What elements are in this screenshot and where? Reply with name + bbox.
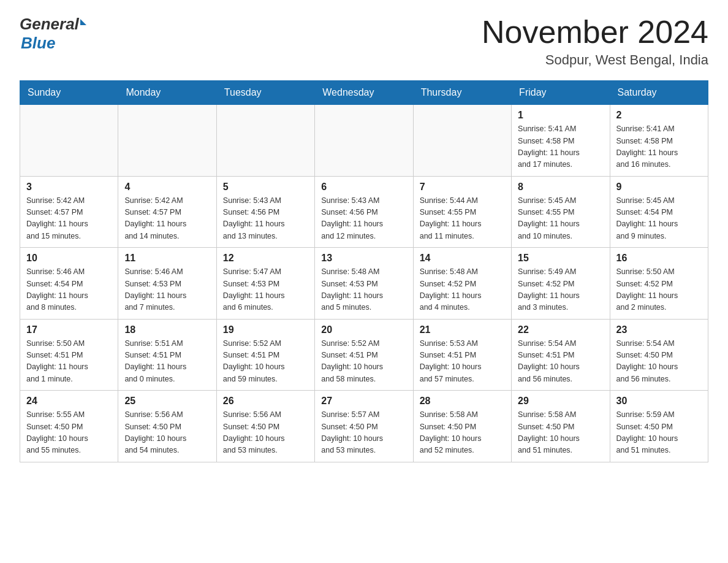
header-friday: Friday xyxy=(512,81,610,105)
calendar-cell: 19Sunrise: 5:52 AM Sunset: 4:51 PM Dayli… xyxy=(216,319,314,391)
week-row-3: 10Sunrise: 5:46 AM Sunset: 4:54 PM Dayli… xyxy=(20,248,708,320)
header-saturday: Saturday xyxy=(610,81,708,105)
calendar-cell: 6Sunrise: 5:43 AM Sunset: 4:56 PM Daylig… xyxy=(315,176,413,248)
week-row-1: 1Sunrise: 5:41 AM Sunset: 4:58 PM Daylig… xyxy=(20,105,708,177)
calendar-cell: 25Sunrise: 5:56 AM Sunset: 4:50 PM Dayli… xyxy=(118,391,216,462)
day-number: 7 xyxy=(420,182,505,193)
calendar-cell: 9Sunrise: 5:45 AM Sunset: 4:54 PM Daylig… xyxy=(610,176,708,248)
calendar-cell: 15Sunrise: 5:49 AM Sunset: 4:52 PM Dayli… xyxy=(512,248,610,320)
day-info: Sunrise: 5:59 AM Sunset: 4:50 PM Dayligh… xyxy=(616,409,702,457)
day-number: 13 xyxy=(321,253,406,264)
calendar-cell: 8Sunrise: 5:45 AM Sunset: 4:55 PM Daylig… xyxy=(512,176,610,248)
day-number: 15 xyxy=(518,253,603,264)
day-number: 29 xyxy=(518,396,603,407)
header-sunday: Sunday xyxy=(20,81,118,105)
calendar-cell: 13Sunrise: 5:48 AM Sunset: 4:53 PM Dayli… xyxy=(315,248,413,320)
day-info: Sunrise: 5:48 AM Sunset: 4:53 PM Dayligh… xyxy=(321,266,406,314)
week-row-2: 3Sunrise: 5:42 AM Sunset: 4:57 PM Daylig… xyxy=(20,176,708,248)
day-number: 24 xyxy=(26,396,112,407)
calendar-cell xyxy=(216,105,314,177)
header-tuesday: Tuesday xyxy=(216,81,314,105)
day-info: Sunrise: 5:45 AM Sunset: 4:55 PM Dayligh… xyxy=(518,195,603,243)
day-number: 30 xyxy=(616,396,702,407)
day-number: 2 xyxy=(616,110,702,121)
day-number: 5 xyxy=(223,182,308,193)
calendar-cell: 26Sunrise: 5:56 AM Sunset: 4:50 PM Dayli… xyxy=(216,391,314,462)
day-info: Sunrise: 5:55 AM Sunset: 4:50 PM Dayligh… xyxy=(26,409,112,457)
day-info: Sunrise: 5:52 AM Sunset: 4:51 PM Dayligh… xyxy=(223,338,308,386)
calendar-cell: 1Sunrise: 5:41 AM Sunset: 4:58 PM Daylig… xyxy=(512,105,610,177)
calendar-title: November 2024 xyxy=(482,15,708,50)
calendar-cell: 14Sunrise: 5:48 AM Sunset: 4:52 PM Dayli… xyxy=(413,248,511,320)
calendar-header-row: SundayMondayTuesdayWednesdayThursdayFrid… xyxy=(20,81,708,105)
day-info: Sunrise: 5:43 AM Sunset: 4:56 PM Dayligh… xyxy=(223,195,308,243)
day-number: 1 xyxy=(518,110,603,121)
logo-triangle-icon xyxy=(80,19,86,25)
day-info: Sunrise: 5:54 AM Sunset: 4:51 PM Dayligh… xyxy=(518,338,603,386)
week-row-5: 24Sunrise: 5:55 AM Sunset: 4:50 PM Dayli… xyxy=(20,391,708,462)
day-info: Sunrise: 5:41 AM Sunset: 4:58 PM Dayligh… xyxy=(616,123,702,171)
calendar-cell: 28Sunrise: 5:58 AM Sunset: 4:50 PM Dayli… xyxy=(413,391,511,462)
calendar-cell: 2Sunrise: 5:41 AM Sunset: 4:58 PM Daylig… xyxy=(610,105,708,177)
day-number: 22 xyxy=(518,324,603,335)
calendar-cell: 12Sunrise: 5:47 AM Sunset: 4:53 PM Dayli… xyxy=(216,248,314,320)
header-monday: Monday xyxy=(118,81,216,105)
calendar-cell: 23Sunrise: 5:54 AM Sunset: 4:50 PM Dayli… xyxy=(610,319,708,391)
week-row-4: 17Sunrise: 5:50 AM Sunset: 4:51 PM Dayli… xyxy=(20,319,708,391)
day-info: Sunrise: 5:48 AM Sunset: 4:52 PM Dayligh… xyxy=(420,266,505,314)
day-number: 4 xyxy=(124,182,210,193)
day-number: 9 xyxy=(616,182,702,193)
calendar-cell: 18Sunrise: 5:51 AM Sunset: 4:51 PM Dayli… xyxy=(118,319,216,391)
day-info: Sunrise: 5:52 AM Sunset: 4:51 PM Dayligh… xyxy=(321,338,406,386)
calendar-cell: 16Sunrise: 5:50 AM Sunset: 4:52 PM Dayli… xyxy=(610,248,708,320)
day-number: 17 xyxy=(26,324,112,335)
day-number: 26 xyxy=(223,396,308,407)
day-info: Sunrise: 5:45 AM Sunset: 4:54 PM Dayligh… xyxy=(616,195,702,243)
day-info: Sunrise: 5:56 AM Sunset: 4:50 PM Dayligh… xyxy=(223,409,308,457)
logo-general-text: General xyxy=(20,15,79,34)
day-info: Sunrise: 5:54 AM Sunset: 4:50 PM Dayligh… xyxy=(616,338,702,386)
day-number: 8 xyxy=(518,182,603,193)
calendar-cell: 17Sunrise: 5:50 AM Sunset: 4:51 PM Dayli… xyxy=(20,319,118,391)
day-number: 19 xyxy=(223,324,308,335)
calendar-cell: 10Sunrise: 5:46 AM Sunset: 4:54 PM Dayli… xyxy=(20,248,118,320)
calendar-cell: 24Sunrise: 5:55 AM Sunset: 4:50 PM Dayli… xyxy=(20,391,118,462)
calendar-cell: 21Sunrise: 5:53 AM Sunset: 4:51 PM Dayli… xyxy=(413,319,511,391)
calendar-cell: 5Sunrise: 5:43 AM Sunset: 4:56 PM Daylig… xyxy=(216,176,314,248)
day-info: Sunrise: 5:41 AM Sunset: 4:58 PM Dayligh… xyxy=(518,123,603,171)
day-info: Sunrise: 5:51 AM Sunset: 4:51 PM Dayligh… xyxy=(124,338,210,386)
calendar-cell: 29Sunrise: 5:58 AM Sunset: 4:50 PM Dayli… xyxy=(512,391,610,462)
day-number: 12 xyxy=(223,253,308,264)
day-number: 20 xyxy=(321,324,406,335)
day-number: 3 xyxy=(26,182,112,193)
calendar-cell: 4Sunrise: 5:42 AM Sunset: 4:57 PM Daylig… xyxy=(118,176,216,248)
day-number: 11 xyxy=(124,253,210,264)
day-info: Sunrise: 5:58 AM Sunset: 4:50 PM Dayligh… xyxy=(518,409,603,457)
day-info: Sunrise: 5:44 AM Sunset: 4:55 PM Dayligh… xyxy=(420,195,505,243)
day-number: 16 xyxy=(616,253,702,264)
day-number: 27 xyxy=(321,396,406,407)
day-number: 21 xyxy=(420,324,505,335)
header-wednesday: Wednesday xyxy=(315,81,413,105)
page-header: General Blue November 2024 Sodpur, West … xyxy=(20,15,708,68)
day-info: Sunrise: 5:42 AM Sunset: 4:57 PM Dayligh… xyxy=(26,195,112,243)
day-info: Sunrise: 5:58 AM Sunset: 4:50 PM Dayligh… xyxy=(420,409,505,457)
logo: General Blue xyxy=(20,15,86,53)
calendar-cell: 20Sunrise: 5:52 AM Sunset: 4:51 PM Dayli… xyxy=(315,319,413,391)
day-info: Sunrise: 5:47 AM Sunset: 4:53 PM Dayligh… xyxy=(223,266,308,314)
day-info: Sunrise: 5:50 AM Sunset: 4:51 PM Dayligh… xyxy=(26,338,112,386)
header-thursday: Thursday xyxy=(413,81,511,105)
day-number: 14 xyxy=(420,253,505,264)
day-info: Sunrise: 5:46 AM Sunset: 4:53 PM Dayligh… xyxy=(124,266,210,314)
day-info: Sunrise: 5:57 AM Sunset: 4:50 PM Dayligh… xyxy=(321,409,406,457)
day-number: 18 xyxy=(124,324,210,335)
day-info: Sunrise: 5:53 AM Sunset: 4:51 PM Dayligh… xyxy=(420,338,505,386)
day-info: Sunrise: 5:46 AM Sunset: 4:54 PM Dayligh… xyxy=(26,266,112,314)
calendar-cell xyxy=(413,105,511,177)
calendar-cell xyxy=(20,105,118,177)
day-info: Sunrise: 5:43 AM Sunset: 4:56 PM Dayligh… xyxy=(321,195,406,243)
calendar-subtitle: Sodpur, West Bengal, India xyxy=(482,52,708,68)
day-number: 6 xyxy=(321,182,406,193)
calendar-table: SundayMondayTuesdayWednesdayThursdayFrid… xyxy=(20,80,708,462)
day-number: 28 xyxy=(420,396,505,407)
